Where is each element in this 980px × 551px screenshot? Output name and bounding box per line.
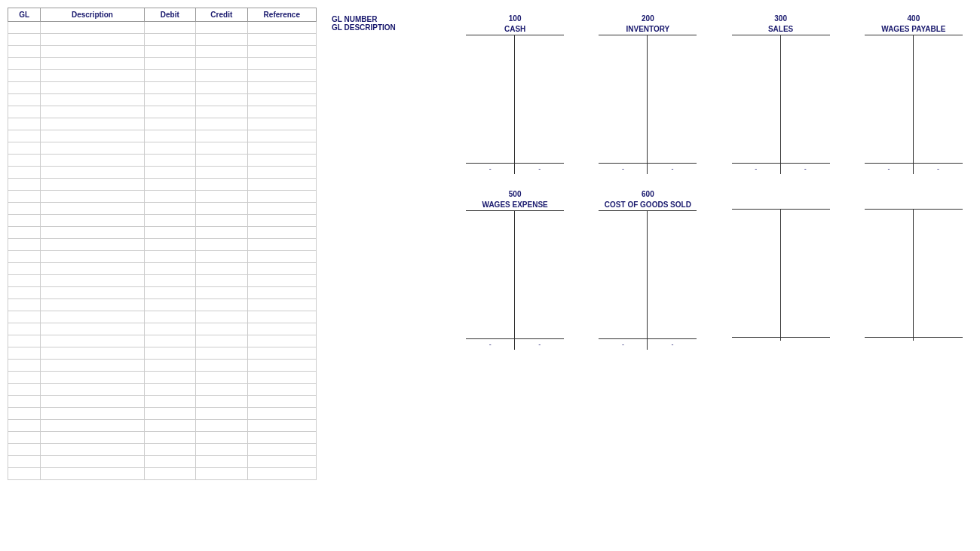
journal-cell[interactable] <box>144 70 196 82</box>
journal-cell[interactable] <box>41 155 144 167</box>
journal-cell[interactable] <box>41 142 144 155</box>
journal-cell[interactable] <box>41 432 144 444</box>
journal-cell[interactable] <box>144 323 196 335</box>
journal-cell[interactable] <box>8 311 41 323</box>
journal-cell[interactable] <box>8 287 41 299</box>
journal-cell[interactable] <box>144 46 196 58</box>
journal-cell[interactable] <box>196 215 248 227</box>
journal-cell[interactable] <box>196 299 248 311</box>
journal-cell[interactable] <box>41 106 144 118</box>
journal-cell[interactable] <box>41 263 144 275</box>
journal-cell[interactable] <box>247 130 316 142</box>
journal-cell[interactable] <box>41 299 144 311</box>
journal-cell[interactable] <box>196 70 248 82</box>
journal-cell[interactable] <box>196 275 248 287</box>
journal-cell[interactable] <box>144 94 196 106</box>
journal-cell[interactable] <box>144 360 196 372</box>
journal-cell[interactable] <box>8 227 41 239</box>
journal-cell[interactable] <box>8 155 41 167</box>
journal-cell[interactable] <box>144 191 196 203</box>
journal-cell[interactable] <box>8 360 41 372</box>
journal-cell[interactable] <box>247 468 316 480</box>
journal-cell[interactable] <box>196 58 248 70</box>
journal-cell[interactable] <box>196 263 248 275</box>
journal-cell[interactable] <box>144 142 196 155</box>
journal-cell[interactable] <box>41 323 144 335</box>
journal-cell[interactable] <box>41 70 144 82</box>
journal-cell[interactable] <box>247 118 316 130</box>
journal-cell[interactable] <box>247 251 316 263</box>
journal-cell[interactable] <box>144 456 196 468</box>
journal-cell[interactable] <box>8 118 41 130</box>
journal-cell[interactable] <box>196 287 248 299</box>
journal-cell[interactable] <box>8 396 41 408</box>
journal-cell[interactable] <box>247 432 316 444</box>
journal-cell[interactable] <box>144 408 196 420</box>
journal-cell[interactable] <box>8 167 41 179</box>
journal-cell[interactable] <box>247 444 316 456</box>
journal-cell[interactable] <box>196 130 248 142</box>
journal-cell[interactable] <box>8 251 41 263</box>
journal-cell[interactable] <box>247 179 316 191</box>
journal-cell[interactable] <box>196 22 248 34</box>
journal-cell[interactable] <box>196 239 248 251</box>
journal-cell[interactable] <box>196 155 248 167</box>
journal-cell[interactable] <box>8 34 41 46</box>
journal-cell[interactable] <box>144 118 196 130</box>
journal-cell[interactable] <box>247 155 316 167</box>
journal-cell[interactable] <box>196 396 248 408</box>
journal-cell[interactable] <box>41 34 144 46</box>
journal-cell[interactable] <box>196 456 248 468</box>
journal-cell[interactable] <box>247 275 316 287</box>
journal-cell[interactable] <box>196 227 248 239</box>
journal-cell[interactable] <box>196 432 248 444</box>
journal-cell[interactable] <box>247 227 316 239</box>
journal-cell[interactable] <box>8 191 41 203</box>
journal-cell[interactable] <box>196 251 248 263</box>
journal-cell[interactable] <box>8 408 41 420</box>
journal-cell[interactable] <box>196 420 248 432</box>
journal-cell[interactable] <box>144 227 196 239</box>
journal-cell[interactable] <box>8 106 41 118</box>
journal-cell[interactable] <box>144 215 196 227</box>
journal-cell[interactable] <box>41 360 144 372</box>
journal-cell[interactable] <box>144 251 196 263</box>
journal-cell[interactable] <box>41 287 144 299</box>
journal-cell[interactable] <box>41 420 144 432</box>
journal-cell[interactable] <box>196 323 248 335</box>
journal-cell[interactable] <box>144 311 196 323</box>
journal-cell[interactable] <box>41 94 144 106</box>
journal-cell[interactable] <box>8 58 41 70</box>
journal-cell[interactable] <box>247 287 316 299</box>
journal-cell[interactable] <box>144 287 196 299</box>
journal-cell[interactable] <box>41 239 144 251</box>
journal-cell[interactable] <box>8 94 41 106</box>
journal-cell[interactable] <box>196 203 248 215</box>
journal-cell[interactable] <box>247 408 316 420</box>
journal-cell[interactable] <box>41 384 144 396</box>
journal-cell[interactable] <box>144 167 196 179</box>
journal-cell[interactable] <box>196 46 248 58</box>
journal-cell[interactable] <box>8 203 41 215</box>
journal-cell[interactable] <box>8 420 41 432</box>
journal-cell[interactable] <box>144 468 196 480</box>
journal-cell[interactable] <box>8 142 41 155</box>
journal-cell[interactable] <box>196 311 248 323</box>
journal-cell[interactable] <box>247 396 316 408</box>
journal-cell[interactable] <box>196 384 248 396</box>
journal-cell[interactable] <box>8 263 41 275</box>
journal-cell[interactable] <box>247 299 316 311</box>
journal-cell[interactable] <box>41 335 144 347</box>
journal-cell[interactable] <box>247 360 316 372</box>
journal-cell[interactable] <box>247 142 316 155</box>
journal-cell[interactable] <box>196 468 248 480</box>
journal-cell[interactable] <box>196 106 248 118</box>
journal-cell[interactable] <box>144 263 196 275</box>
journal-cell[interactable] <box>247 323 316 335</box>
journal-cell[interactable] <box>247 263 316 275</box>
journal-cell[interactable] <box>41 227 144 239</box>
journal-cell[interactable] <box>144 58 196 70</box>
journal-cell[interactable] <box>41 311 144 323</box>
journal-cell[interactable] <box>247 22 316 34</box>
journal-cell[interactable] <box>8 335 41 347</box>
